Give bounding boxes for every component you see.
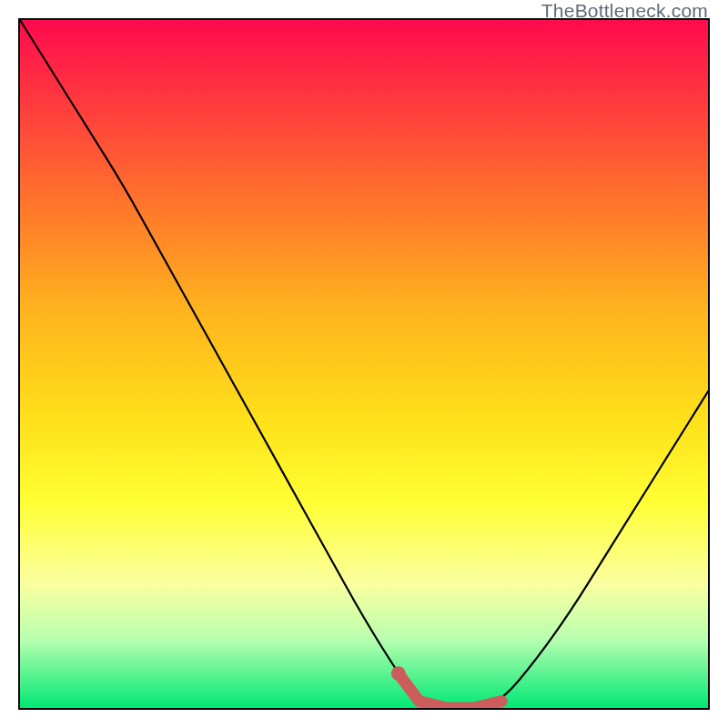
optimal-start-dot — [391, 666, 406, 681]
bottleneck-curve — [20, 20, 708, 708]
optimal-range-highlight — [399, 673, 501, 708]
chart-container: TheBottleneck.com — [0, 0, 728, 728]
plot-frame — [18, 18, 710, 710]
plot-svg — [20, 20, 708, 708]
